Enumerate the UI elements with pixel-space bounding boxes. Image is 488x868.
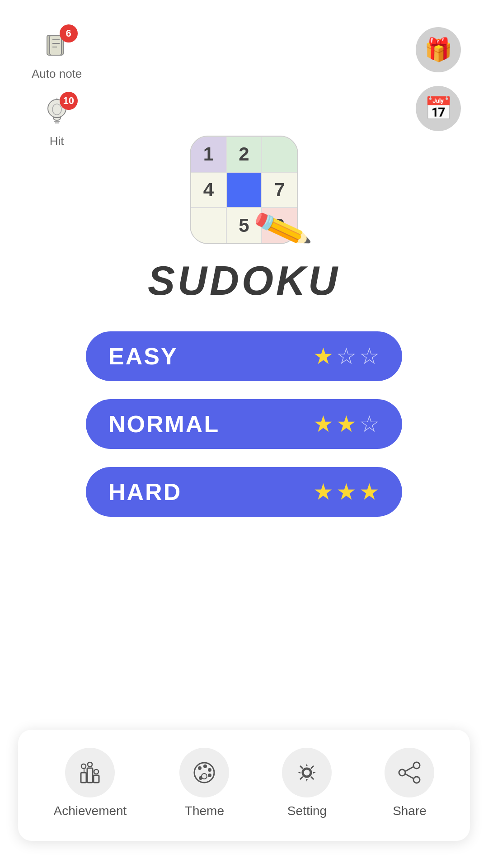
share-icon (396, 759, 423, 786)
svg-point-17 (198, 766, 202, 770)
app-title: SUDOKU (148, 258, 340, 304)
normal-stars: ★ ★ ☆ (313, 411, 380, 437)
svg-point-27 (399, 769, 405, 776)
top-right-buttons: 🎁 📅 (416, 27, 461, 131)
setting-icon-circle (282, 748, 332, 797)
easy-label: EASY (108, 343, 178, 370)
achievement-icon-circle (65, 748, 115, 797)
easy-button[interactable]: EASY ★ ☆ ☆ (86, 331, 402, 381)
svg-rect-10 (81, 773, 86, 783)
normal-star-3: ☆ (359, 411, 380, 437)
easy-star-1: ★ (313, 343, 333, 369)
normal-button[interactable]: NORMAL ★ ★ ☆ (86, 399, 402, 449)
theme-label: Theme (185, 804, 224, 818)
sudoku-icon-wrapper: 1 2 4 7 5 9 ✏️ (190, 136, 298, 244)
easy-star-3: ☆ (359, 343, 380, 369)
svg-line-29 (405, 774, 413, 778)
hit-badge: 10 (60, 92, 78, 110)
share-label: Share (393, 804, 427, 818)
settings-icon (293, 759, 320, 786)
svg-point-14 (88, 762, 92, 767)
easy-stars: ★ ☆ ☆ (313, 343, 380, 369)
setting-label: Setting (287, 804, 327, 818)
hit-tool[interactable]: 10 Hit (32, 94, 82, 148)
svg-point-25 (413, 762, 420, 769)
hard-button[interactable]: HARD ★ ★ ★ (86, 467, 402, 517)
svg-point-19 (208, 768, 211, 772)
svg-point-20 (208, 774, 211, 777)
grid-cell-7 (191, 208, 226, 243)
svg-point-26 (413, 777, 420, 783)
auto-note-icon-wrap: 6 (39, 27, 75, 63)
theme-icon (191, 759, 218, 786)
grid-cell-2: 2 (226, 137, 262, 172)
svg-point-24 (303, 769, 310, 776)
bottom-nav: Achievement Theme (18, 730, 470, 841)
nav-share[interactable]: Share (385, 748, 434, 818)
theme-icon-circle (179, 748, 229, 797)
svg-rect-11 (87, 768, 93, 783)
grid-cell-4: 4 (191, 172, 226, 208)
normal-star-2: ★ (336, 411, 357, 437)
grid-cell-5 (226, 172, 262, 208)
svg-point-22 (202, 774, 207, 779)
svg-point-18 (203, 764, 207, 768)
achievement-label: Achievement (54, 804, 127, 818)
grid-cell-3 (262, 137, 297, 172)
gift-button[interactable]: 🎁 (416, 27, 461, 72)
hard-star-3: ★ (359, 479, 380, 505)
auto-note-label: Auto note (32, 67, 82, 81)
achievement-icon (76, 759, 103, 786)
svg-rect-1 (50, 35, 61, 55)
nav-setting[interactable]: Setting (282, 748, 332, 818)
hard-star-1: ★ (313, 479, 333, 505)
calendar-button[interactable]: 📅 (416, 86, 461, 131)
auto-note-tool[interactable]: 6 Auto note (32, 27, 82, 81)
hit-label: Hit (50, 134, 64, 148)
svg-line-28 (405, 767, 413, 771)
hard-label: HARD (108, 478, 182, 505)
auto-note-badge: 6 (60, 24, 78, 42)
easy-star-2: ☆ (336, 343, 357, 369)
nav-achievement[interactable]: Achievement (54, 748, 127, 818)
hard-star-2: ★ (336, 479, 357, 505)
share-icon-circle (385, 748, 434, 797)
nav-theme[interactable]: Theme (179, 748, 229, 818)
svg-rect-12 (94, 775, 99, 783)
normal-label: NORMAL (108, 410, 220, 438)
logo-area: 1 2 4 7 5 9 ✏️ SUDOKU (0, 136, 488, 304)
gift-icon: 🎁 (424, 37, 452, 63)
difficulty-section: EASY ★ ☆ ☆ NORMAL ★ ★ ☆ HARD ★ ★ ★ (0, 331, 488, 517)
top-left-tools: 6 Auto note 10 Hit (32, 27, 82, 148)
grid-cell-1: 1 (191, 137, 226, 172)
calendar-icon: 📅 (424, 95, 452, 122)
normal-star-1: ★ (313, 411, 333, 437)
hard-stars: ★ ★ ★ (313, 479, 380, 505)
hit-icon-wrap: 10 (39, 94, 75, 131)
svg-point-15 (94, 769, 99, 774)
